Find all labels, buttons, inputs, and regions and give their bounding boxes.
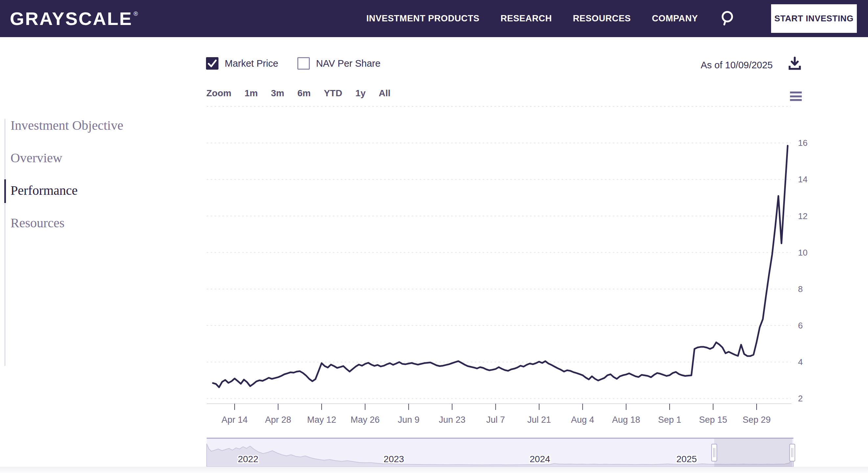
x-axis-label: May 12	[307, 415, 336, 425]
navigator-right-handle[interactable]	[789, 444, 795, 461]
x-axis-label: Aug 18	[612, 415, 640, 425]
page-bottom-strip	[0, 467, 868, 473]
y-axis-label: 6	[798, 321, 803, 330]
x-axis-label: Aug 4	[571, 415, 594, 425]
x-axis-label: Jul 21	[527, 415, 551, 425]
price-line	[213, 146, 788, 387]
x-axis-label: Jul 7	[486, 415, 505, 425]
y-axis-label: 2	[798, 393, 803, 403]
navigator-left-handle[interactable]	[712, 444, 717, 461]
navigator-year-label: 2022	[238, 454, 258, 464]
y-axis-label: 4	[798, 357, 803, 367]
x-axis-label: Sep 1	[658, 415, 681, 425]
y-axis-label: 16	[798, 138, 808, 148]
x-axis-label: Sep 15	[699, 415, 727, 425]
navigator-year-label: 2023	[384, 454, 404, 464]
x-axis-label: Jun 9	[398, 415, 420, 425]
navigator-selection	[714, 438, 793, 467]
x-axis-label: Sep 29	[743, 415, 771, 425]
y-axis-label: 14	[798, 175, 808, 184]
y-axis-label: 10	[798, 248, 808, 257]
x-axis-label: Apr 14	[221, 415, 248, 425]
x-axis-label: Apr 28	[265, 415, 291, 425]
y-axis-label: 12	[798, 211, 808, 221]
performance-chart: 246810121416Apr 14Apr 28May 12May 26Jun …	[0, 0, 868, 473]
x-axis-label: Jun 23	[439, 415, 466, 425]
y-axis-label: 8	[798, 284, 803, 294]
navigator-year-label: 2025	[677, 454, 697, 464]
navigator-year-label: 2024	[530, 454, 550, 464]
x-axis-label: May 26	[350, 415, 380, 425]
